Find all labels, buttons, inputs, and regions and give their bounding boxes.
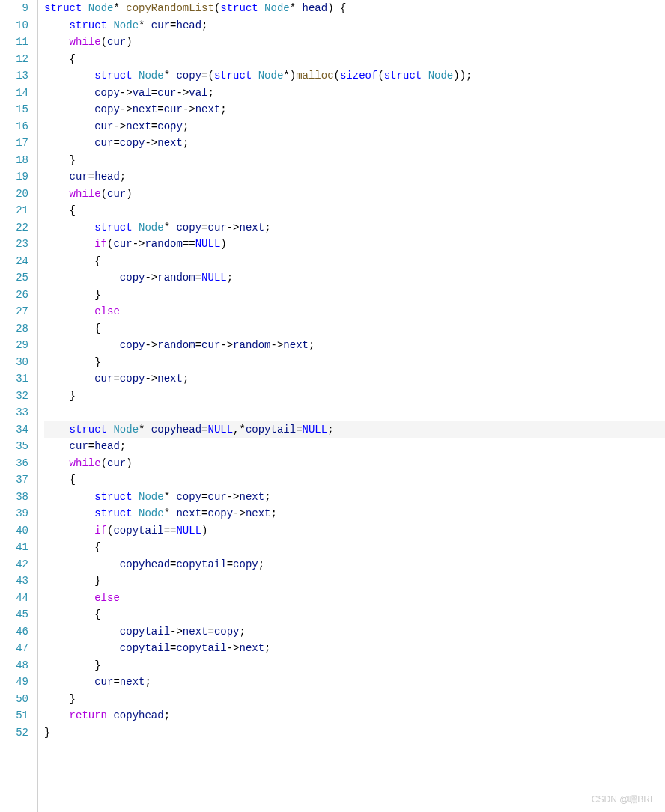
line-number: 10 [0,17,28,34]
code-token: copytail [120,626,170,638]
code-token: next [133,103,158,115]
code-content-area[interactable]: struct Node* copyRandomList(struct Node*… [37,0,665,812]
code-line[interactable]: if(cur->random==NULL) [44,236,665,253]
code-line[interactable]: } [44,388,665,405]
code-editor[interactable]: 9101112131415161718192021222324252627282… [0,0,665,812]
code-token: * [139,424,151,436]
code-line[interactable]: cur=head; [44,168,665,186]
code-line[interactable]: cur=next; [44,674,665,691]
code-token: copytail [246,424,296,436]
code-token: copy [207,507,233,519]
code-token: if [94,238,107,250]
line-number: 29 [0,337,28,354]
code-line[interactable]: struct Node* next=copy->next; [44,505,665,522]
line-number: 48 [0,657,28,674]
code-line[interactable]: { [44,202,665,219]
code-token: ; [208,87,214,99]
code-token: = [151,120,157,132]
code-line[interactable]: while(cur) [44,34,665,51]
code-line[interactable]: if(copytail==NULL) [44,522,665,540]
code-line[interactable]: else [44,590,665,607]
code-token: head [303,2,328,14]
code-line[interactable]: { [44,51,665,68]
code-line[interactable]: struct Node* copy=(struct Node*)malloc(s… [44,67,665,85]
code-token: { [94,541,100,553]
code-line[interactable]: } [44,657,665,674]
code-token: cur [207,222,226,233]
line-number: 12 [0,51,28,68]
code-token: -> [145,339,157,351]
code-token: NULL [207,424,233,436]
code-line[interactable]: copy->next=cur->next; [44,101,665,118]
code-token: ) [126,457,132,469]
code-line[interactable]: return copyhead; [44,707,665,724]
code-token: copytail [176,642,226,654]
code-token: Node [428,70,454,82]
code-token: cur [201,339,220,351]
code-token: ; [120,171,126,183]
code-token [82,2,88,14]
code-token: * [290,2,303,14]
code-line[interactable]: } [44,287,665,304]
code-line[interactable]: } [44,724,665,742]
code-token: cur [107,188,126,200]
code-token: sizeof [340,70,377,82]
code-token: cur [70,171,88,183]
line-number: 46 [0,623,28,641]
code-token: ; [258,558,264,570]
code-line[interactable]: struct Node* copy=cur->next; [44,219,665,236]
code-line[interactable]: } [44,152,665,169]
line-number: 44 [0,590,28,607]
code-line[interactable]: copyhead=copytail=copy; [44,556,665,573]
code-token: copy [94,103,120,115]
code-line[interactable]: struct Node* cur=head; [44,17,665,34]
code-line[interactable]: cur->next=copy; [44,118,665,135]
code-line[interactable]: copy->random=cur->random->next; [44,337,665,354]
code-line[interactable]: } [44,691,665,708]
code-token: ; [227,272,233,284]
code-token: cur [94,120,113,132]
code-line[interactable]: { [44,471,665,489]
code-line[interactable]: copytail->next=copy; [44,623,665,641]
code-token: cur [151,19,170,31]
code-line[interactable]: cur=copy->next; [44,370,665,388]
code-token: head [176,19,201,31]
code-token [44,272,120,284]
code-token: cur [113,238,132,250]
code-token: head [94,440,120,452]
code-token: ) [220,238,226,250]
code-line[interactable]: struct Node* copyRandomList(struct Node*… [44,0,665,17]
code-line[interactable]: while(cur) [44,186,665,203]
code-token [44,204,70,216]
code-token: } [70,154,76,166]
line-number: 25 [0,269,28,287]
code-line[interactable]: } [44,573,665,590]
code-token [44,103,94,115]
code-line[interactable]: struct Node* copyhead=NULL,*copytail=NUL… [44,421,665,439]
code-token: struct [94,70,132,82]
code-line[interactable]: { [44,320,665,338]
code-line[interactable] [44,404,665,421]
code-line[interactable]: while(cur) [44,455,665,472]
code-line[interactable]: cur=head; [44,438,665,455]
code-token: cur [157,87,176,99]
code-token: copy [157,120,183,132]
code-line[interactable]: copy->random=NULL; [44,269,665,287]
code-token: -> [176,87,189,99]
code-token: next [195,103,221,115]
code-token: } [94,356,100,368]
code-line[interactable]: copy->val=cur->val; [44,85,665,102]
code-token [44,659,94,671]
code-token: -> [170,626,183,638]
code-line[interactable]: cur=copy->next; [44,135,665,152]
code-line[interactable]: { [44,539,665,556]
code-line[interactable]: { [44,606,665,623]
code-line[interactable]: copytail=copytail->next; [44,640,665,657]
code-line[interactable]: } [44,354,665,371]
code-line[interactable]: else [44,303,665,320]
code-token: NULL [176,525,201,537]
code-line[interactable]: struct Node* copy=cur->next; [44,489,665,506]
code-token: -> [145,137,157,149]
code-line[interactable]: { [44,253,665,270]
code-token: cur [70,440,88,452]
